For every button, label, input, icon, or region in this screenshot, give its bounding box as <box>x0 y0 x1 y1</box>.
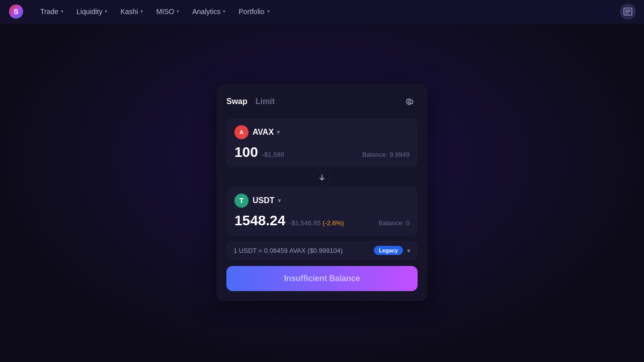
nav-items: Trade ▾ Liquidity ▾ Kashi ▾ MISO ▾ Analy… <box>34 5 620 19</box>
avatar[interactable] <box>620 4 636 20</box>
from-token-name[interactable]: AVAX ▾ <box>253 128 280 137</box>
nav-chevron-analytics: ▾ <box>223 9 225 14</box>
usdt-icon: T <box>234 194 249 208</box>
tab-limit[interactable]: Limit <box>256 97 275 107</box>
nav-label-trade: Trade <box>40 8 58 16</box>
to-token-chevron-icon: ▾ <box>278 197 281 204</box>
price-info-row: 1 USDT = 0.06459 AVAX ($0.999104) Legacy… <box>226 241 418 260</box>
to-token-selector: T USDT ▾ <box>234 194 410 208</box>
nav-item-miso[interactable]: MISO ▾ <box>150 5 185 19</box>
from-balance-label: Balance: <box>362 151 388 158</box>
nav-chevron-kashi: ▾ <box>140 9 143 14</box>
to-amount-left: 1548.24 -$1,546.85 (-2.6%) <box>234 213 344 229</box>
logo[interactable]: S <box>8 4 24 20</box>
to-token-symbol: USDT <box>253 196 275 205</box>
nav-right <box>620 4 636 20</box>
from-amount-value[interactable]: 100 <box>234 144 258 160</box>
settings-button[interactable] <box>401 94 418 110</box>
from-amount-left: 100 -$1,588 <box>234 144 284 160</box>
action-button-label: Insufficient Balance <box>284 274 360 283</box>
nav-item-trade[interactable]: Trade ▾ <box>34 5 69 19</box>
swap-card: Swap Limit A AVAX ▾ <box>216 84 428 301</box>
tab-swap[interactable]: Swap <box>226 97 248 107</box>
action-button[interactable]: Insufficient Balance <box>226 266 418 291</box>
from-balance: Balance: 9.9949 <box>362 151 410 158</box>
legacy-badge[interactable]: Legacy <box>374 246 403 255</box>
main-content: Swap Limit A AVAX ▾ <box>0 23 644 362</box>
from-balance-value: 9.9949 <box>389 151 410 158</box>
svg-text:S: S <box>14 8 18 16</box>
from-amount-usd: -$1,588 <box>262 151 284 158</box>
to-amount-value: 1548.24 <box>234 213 285 229</box>
to-balance-label: Balance: <box>379 219 405 227</box>
avax-icon: A <box>234 125 249 139</box>
card-tabs: Swap Limit <box>226 97 275 107</box>
nav-label-miso: MISO <box>156 8 174 16</box>
navbar: S Trade ▾ Liquidity ▾ Kashi ▾ MISO ▾ Ana… <box>0 0 644 23</box>
to-slippage: (-2.6%) <box>323 219 344 227</box>
to-amount-usd: -$1,546.85 (-2.6%) <box>289 219 344 227</box>
to-amount-usd-value: -$1,546.85 <box>289 219 320 227</box>
nav-label-analytics: Analytics <box>192 8 220 16</box>
price-expand-icon[interactable]: ▾ <box>407 247 411 254</box>
nav-item-analytics[interactable]: Analytics ▾ <box>186 5 231 19</box>
from-amount-row: 100 -$1,588 Balance: 9.9949 <box>234 144 410 160</box>
nav-label-kashi: Kashi <box>120 8 138 16</box>
to-amount-row: 1548.24 -$1,546.85 (-2.6%) Balance: 0 <box>234 213 410 229</box>
swap-divider <box>226 169 418 186</box>
card-header: Swap Limit <box>226 94 418 110</box>
from-token-symbol: AVAX <box>253 128 274 137</box>
to-balance-value: 0 <box>406 219 410 227</box>
nav-item-liquidity[interactable]: Liquidity ▾ <box>70 5 113 19</box>
nav-label-portfolio: Portfolio <box>238 8 264 16</box>
nav-item-kashi[interactable]: Kashi ▾ <box>114 5 149 19</box>
nav-label-liquidity: Liquidity <box>76 8 102 16</box>
from-token-box: A AVAX ▾ 100 -$1,588 Balance: 9.9949 <box>226 118 418 167</box>
nav-chevron-trade: ▾ <box>61 9 63 14</box>
nav-item-portfolio[interactable]: Portfolio ▾ <box>232 5 275 19</box>
nav-chevron-portfolio: ▾ <box>267 9 270 14</box>
from-token-selector: A AVAX ▾ <box>234 125 410 139</box>
nav-chevron-liquidity: ▾ <box>105 9 107 14</box>
to-token-box: T USDT ▾ 1548.24 -$1,546.85 (-2.6%) Bala… <box>226 187 418 236</box>
price-text: 1 USDT = 0.06459 AVAX ($0.999104) <box>233 247 343 254</box>
swap-direction-button[interactable] <box>314 169 330 186</box>
to-balance: Balance: 0 <box>379 219 410 227</box>
nav-chevron-miso: ▾ <box>177 9 179 14</box>
from-token-chevron-icon: ▾ <box>277 129 280 136</box>
to-token-name[interactable]: USDT ▾ <box>253 196 281 205</box>
price-right: Legacy ▾ <box>374 246 411 255</box>
